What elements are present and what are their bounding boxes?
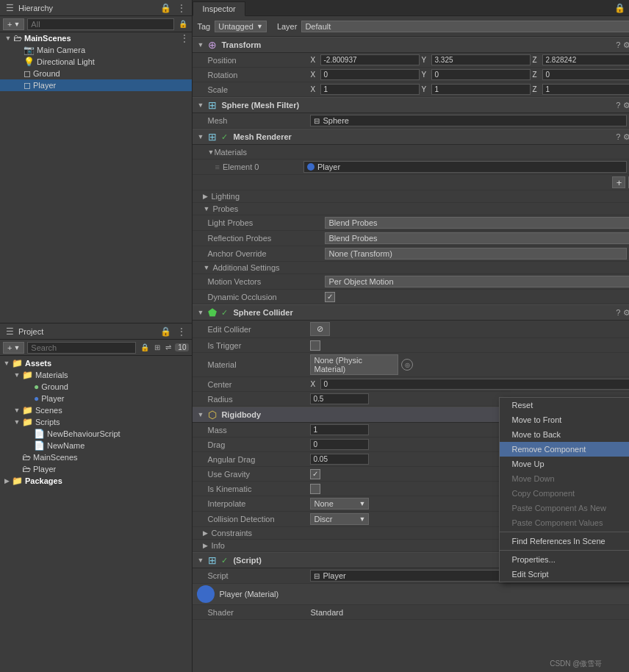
- hierarchy-item-directionallight[interactable]: ▶ 💡 Directional Light: [0, 56, 192, 68]
- transform-settings-icon[interactable]: ⚙: [623, 40, 629, 50]
- meshfilter-settings-icon[interactable]: ⚙: [623, 101, 629, 110]
- project-search-input[interactable]: [27, 342, 136, 354]
- arrow-scripts[interactable]: ▼: [12, 418, 22, 426]
- context-menu-item-properties[interactable]: Properties...: [500, 552, 629, 567]
- hierarchy-item-maincamera[interactable]: ▶ 📷 Main Camera: [0, 44, 192, 56]
- project-add-button[interactable]: +▼: [3, 342, 24, 354]
- transform-help-icon[interactable]: ?: [616, 40, 620, 50]
- inspector-tab[interactable]: Inspector: [193, 1, 245, 16]
- radius-input[interactable]: [310, 393, 369, 404]
- context-menu-item-paste-values[interactable]: Paste Component Values: [500, 515, 629, 530]
- spherecollider-settings-icon[interactable]: ⚙: [623, 308, 629, 318]
- context-menu-item-copy-component[interactable]: Copy Component: [500, 486, 629, 501]
- info-collapse-arrow[interactable]: ▶: [203, 542, 208, 549]
- spherecollider-help-icon[interactable]: ?: [616, 308, 620, 318]
- script-enabled-check[interactable]: ✓: [221, 556, 228, 565]
- project-item-scenes[interactable]: ▼ 📁 Scenes: [0, 404, 192, 416]
- project-menu-icon[interactable]: ☰: [4, 326, 15, 337]
- script-collapse-arrow[interactable]: ▼: [197, 557, 204, 564]
- additional-settings-header[interactable]: ▼ Additional Settings: [193, 262, 629, 274]
- scale-z-input[interactable]: [542, 84, 629, 95]
- mass-input[interactable]: [310, 424, 369, 435]
- context-menu-item-remove-component[interactable]: Remove Component: [500, 442, 629, 457]
- probes-collapse-arrow[interactable]: ▼: [203, 205, 209, 212]
- probes-section-header[interactable]: ▼ Probes: [193, 203, 629, 215]
- hierarchy-item-player[interactable]: ▶ ◻ Player: [0, 79, 192, 91]
- project-more-icon[interactable]: ⋮: [176, 326, 187, 337]
- edit-collider-button[interactable]: ⊘: [310, 322, 330, 336]
- rotation-y-input[interactable]: [431, 69, 531, 80]
- project-item-mainscenes[interactable]: ▶ 🗁 MainScenes: [0, 451, 192, 463]
- context-menu-item-reset[interactable]: Reset: [500, 398, 629, 412]
- use-gravity-checkbox[interactable]: ✓: [310, 469, 320, 479]
- drag-input[interactable]: [310, 439, 369, 450]
- project-filter-icon[interactable]: ⇌: [164, 343, 173, 352]
- project-item-proj-player[interactable]: ▶ 🗁 Player: [0, 463, 192, 475]
- context-menu-item-move-to-front[interactable]: Move to Front: [500, 412, 629, 427]
- meshrenderer-settings-icon[interactable]: ⚙: [623, 132, 629, 142]
- arrow-mainscenes[interactable]: ▼: [3, 35, 13, 42]
- context-menu-item-move-up[interactable]: Move Up: [500, 457, 629, 471]
- add-material-button[interactable]: +: [612, 176, 625, 188]
- lighting-collapse-arrow[interactable]: ▶: [203, 193, 208, 200]
- project-eye-icon[interactable]: 🔒: [139, 343, 151, 352]
- tag-dropdown[interactable]: Untagged ▼: [215, 21, 267, 32]
- project-item-packages[interactable]: ▶ 📁 Packages: [0, 475, 192, 487]
- context-menu-item-edit-script[interactable]: Edit Script: [500, 567, 629, 582]
- collider-material-target[interactable]: ◎: [401, 359, 413, 371]
- transform-collapse-arrow[interactable]: ▼: [197, 41, 204, 49]
- project-item-materials[interactable]: ▼ 📁 Materials: [0, 369, 192, 381]
- arrow-scenes[interactable]: ▼: [12, 407, 22, 414]
- position-z-input[interactable]: [542, 54, 629, 65]
- rotation-x-input[interactable]: [320, 69, 420, 80]
- anchor-override-dropdown[interactable]: None (Transform): [325, 248, 627, 260]
- project-item-ground-mat[interactable]: ▶ ● Ground: [0, 381, 192, 393]
- scale-x-input[interactable]: [320, 84, 420, 95]
- angular-drag-input[interactable]: [310, 454, 369, 465]
- context-menu-item-move-down[interactable]: Move Down: [500, 471, 629, 486]
- spherecollider-collapse-arrow[interactable]: ▼: [197, 309, 204, 316]
- hierarchy-search-input[interactable]: [27, 18, 174, 30]
- collider-material-dropdown[interactable]: None (Physic Material): [310, 354, 398, 375]
- scale-y-input[interactable]: [431, 84, 531, 95]
- collision-detection-dropdown[interactable]: Discr ▼: [310, 513, 369, 525]
- project-lock-icon[interactable]: 🔒: [159, 326, 173, 337]
- position-y-input[interactable]: [431, 54, 531, 65]
- dynamic-occlusion-checkbox[interactable]: ✓: [325, 292, 335, 302]
- meshfilter-collapse-arrow[interactable]: ▼: [197, 101, 204, 109]
- mainscenes-more[interactable]: ⋮: [180, 33, 192, 43]
- hierarchy-add-button[interactable]: +▼: [3, 18, 24, 30]
- project-list-icon[interactable]: ⊞: [153, 343, 162, 352]
- project-item-player-mat[interactable]: ▶ ● Player: [0, 393, 192, 404]
- arrow-assets[interactable]: ▼: [1, 360, 12, 367]
- light-probes-dropdown[interactable]: Blend Probes ▼: [325, 217, 629, 229]
- meshfilter-help-icon[interactable]: ?: [616, 101, 620, 110]
- project-item-newbehaviour[interactable]: ▶ 📄 NewBehaviourScript: [0, 428, 192, 440]
- hierarchy-menu-icon[interactable]: ☰: [4, 2, 15, 14]
- inspector-lock-icon[interactable]: 🔒: [613, 2, 627, 14]
- spherecollider-enabled-check[interactable]: ✓: [221, 308, 228, 318]
- center-x-input[interactable]: [320, 379, 629, 390]
- rigidbody-collapse-arrow[interactable]: ▼: [197, 411, 204, 418]
- is-kinematic-checkbox[interactable]: [310, 484, 320, 494]
- interpolate-dropdown[interactable]: None ▼: [310, 498, 369, 510]
- rotation-z-input[interactable]: [542, 69, 629, 80]
- hierarchy-filter-icon[interactable]: 🔒: [177, 19, 189, 29]
- hierarchy-item-ground[interactable]: ▶ ◻ Ground: [0, 68, 192, 79]
- layer-dropdown[interactable]: Default ▼: [301, 21, 629, 32]
- arrow-materials[interactable]: ▼: [12, 371, 22, 379]
- project-item-scripts[interactable]: ▼ 📁 Scripts: [0, 416, 192, 428]
- meshrenderer-enabled-check[interactable]: ✓: [221, 132, 228, 142]
- hierarchy-item-mainscenes[interactable]: ▼ 🗁 MainScenes ⋮: [0, 32, 192, 44]
- hierarchy-more-icon[interactable]: ⋮: [176, 2, 187, 14]
- reflection-probes-dropdown[interactable]: Blend Probes ▼: [325, 232, 629, 244]
- project-item-assets[interactable]: ▼ 📁 Assets: [0, 357, 192, 369]
- lighting-section-header[interactable]: ▶ Lighting: [193, 190, 629, 203]
- project-item-newname[interactable]: ▶ 📄 NewName: [0, 440, 192, 451]
- arrow-packages[interactable]: ▶: [1, 477, 12, 485]
- context-menu-item-find-references[interactable]: Find References In Scene: [500, 534, 629, 548]
- motion-vectors-dropdown[interactable]: Per Object Motion ▼: [325, 276, 629, 287]
- position-x-input[interactable]: [320, 54, 420, 65]
- hierarchy-lock-icon[interactable]: 🔒: [159, 2, 173, 14]
- context-menu-item-paste-as-new[interactable]: Paste Component As New: [500, 501, 629, 515]
